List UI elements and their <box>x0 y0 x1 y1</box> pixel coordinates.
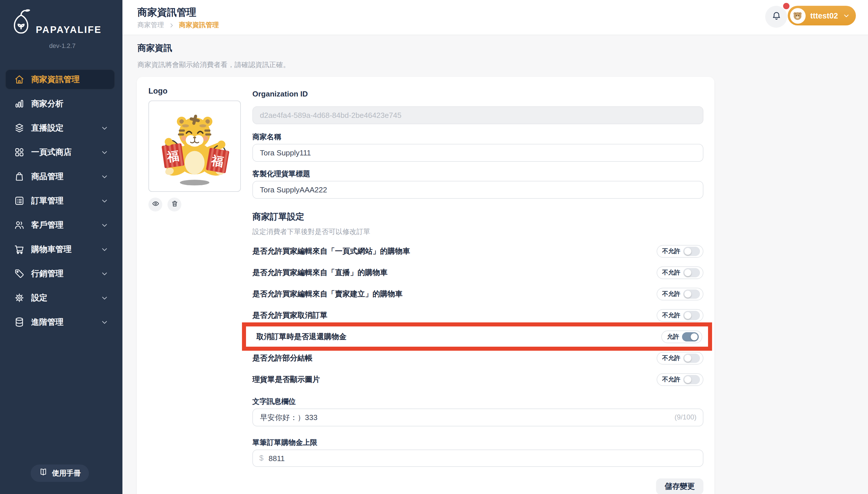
setting-row: 是否允許買家編輯來自「一頁式網站」的購物車不允許 <box>252 240 704 262</box>
setting-label: 理貨單是否顯示圖片 <box>252 374 320 384</box>
packing-slip-title-label: 客製化理貨單標題 <box>252 169 704 178</box>
toggle-state-label: 不允許 <box>662 354 680 362</box>
org-id-input <box>252 106 704 124</box>
sidebar-item-label: 行銷管理 <box>31 268 100 279</box>
sidebar-item-label: 商家分析 <box>31 98 110 109</box>
sidebar-item-users[interactable]: 客戶管理 <box>5 215 115 235</box>
breadcrumb-parent[interactable]: 商家管理 <box>137 21 164 30</box>
toggle-state-label: 不允許 <box>662 290 680 298</box>
setting-row: 是否允許部分結帳不允許 <box>252 347 704 368</box>
top-header: 商家資訊管理 商家管理 商家資訊管理 <box>122 0 868 35</box>
toggle-state-label: 允許 <box>667 332 679 341</box>
home-icon <box>14 74 25 85</box>
chevron-down-icon <box>100 148 108 156</box>
sidebar-item-gear[interactable]: 設定 <box>5 288 115 308</box>
chevron-right-icon <box>169 22 174 28</box>
merchant-info-card: Logo <box>137 77 714 494</box>
message-field-input[interactable] <box>252 408 704 426</box>
merchant-name-input[interactable] <box>252 144 704 162</box>
section-subtitle: 商家資訊將會顯示給消費者看，請確認資訊正確。 <box>137 60 290 70</box>
merchant-name-label: 商家名稱 <box>252 132 704 141</box>
toggle-switch-icon <box>683 246 700 256</box>
sidebar-item-bar-chart[interactable]: 商家分析 <box>5 94 115 114</box>
toggle-switch-icon <box>683 268 700 277</box>
trash-icon <box>171 200 178 209</box>
sidebar-item-grid[interactable]: 一頁式商店 <box>5 142 115 163</box>
sidebar-item-home[interactable]: 商家資訊管理 <box>5 69 115 90</box>
bar-chart-icon <box>14 98 25 109</box>
cart-icon <box>14 244 25 255</box>
grid-icon <box>14 147 25 158</box>
permission-toggle[interactable]: 不允許 <box>656 287 704 300</box>
user-manual-button[interactable]: 使用手冊 <box>31 464 89 482</box>
app-root: PAPAYALIFE dev-1.2.7 商家資訊管理商家分析直播設定一頁式商店… <box>0 0 868 494</box>
form-column: Organization ID 商家名稱 客製化理貨單標題 商家訂單設定 設定消… <box>252 77 704 494</box>
toggle-switch-icon <box>683 310 700 320</box>
toggle-switch-icon <box>683 353 700 363</box>
toggle-switch-icon <box>682 332 699 341</box>
brand: PAPAYALIFE dev-1.2.7 <box>0 0 122 58</box>
bell-icon <box>771 10 782 23</box>
page-title: 商家資訊管理 <box>137 6 196 19</box>
layers-icon <box>14 122 25 133</box>
sidebar-item-label: 客戶管理 <box>31 220 100 230</box>
setting-row: 取消訂單時是否退還購物金允許 <box>246 326 708 347</box>
org-id-label: Organization ID <box>252 90 704 99</box>
section-title: 商家資訊 <box>137 43 172 54</box>
user-name: tttest02 <box>810 11 838 20</box>
breadcrumb-current: 商家資訊管理 <box>179 21 219 30</box>
toggle-state-label: 不允許 <box>662 311 680 319</box>
order-settings-subtitle: 設定消費者下單後對是否可以修改訂單 <box>252 228 704 236</box>
packing-slip-title-input[interactable] <box>252 181 704 199</box>
credit-limit-label: 單筆訂單購物金上限 <box>252 438 704 447</box>
app-version: dev-1.2.7 <box>36 42 89 49</box>
permission-toggle[interactable]: 不允許 <box>656 266 704 279</box>
toggle-state-label: 不允許 <box>662 247 680 255</box>
highlight-box: 取消訂單時是否退還購物金允許 <box>242 322 712 351</box>
credit-limit-input[interactable] <box>252 450 704 467</box>
preview-logo-button[interactable] <box>149 197 162 211</box>
sidebar-item-tag[interactable]: 行銷管理 <box>5 264 115 284</box>
order-list-icon <box>14 195 25 206</box>
sidebar-item-label: 設定 <box>31 293 100 303</box>
sidebar-item-cart[interactable]: 購物車管理 <box>5 239 115 260</box>
sidebar-item-label: 一頁式商店 <box>31 147 100 157</box>
order-settings-title: 商家訂單設定 <box>252 211 704 222</box>
sidebar-item-order-list[interactable]: 訂單管理 <box>5 191 115 211</box>
brand-wordmark: PAPAYALIFE <box>36 24 102 35</box>
toggle-state-label: 不允許 <box>662 268 680 277</box>
notification-dot <box>783 3 789 9</box>
chevron-down-icon <box>100 197 108 205</box>
setting-row: 是否允許買家編輯來自「直播」的購物車不允許 <box>252 262 704 283</box>
breadcrumb: 商家管理 商家資訊管理 <box>137 21 219 30</box>
chevron-down-icon <box>843 12 850 19</box>
permission-toggle[interactable]: 不允許 <box>656 245 704 258</box>
permission-toggle[interactable]: 不允許 <box>656 352 704 364</box>
sidebar-item-shopping-bag[interactable]: 商品管理 <box>5 166 115 187</box>
logo-actions <box>149 197 242 211</box>
toggle-switch-icon <box>683 289 700 299</box>
sidebar-item-label: 商家資訊管理 <box>31 74 110 84</box>
setting-label: 取消訂單時是否退還購物金 <box>256 331 347 342</box>
user-menu[interactable]: tttest02 <box>788 6 856 25</box>
notifications-button[interactable] <box>765 6 787 28</box>
sidebar-item-database[interactable]: 進階管理 <box>5 312 115 332</box>
toggle-rows: 是否允許買家編輯來自「一頁式網站」的購物車不允許是否允許買家編輯來自「直播」的購… <box>252 240 704 390</box>
save-button[interactable]: 儲存變更 <box>656 478 704 494</box>
chevron-down-icon <box>100 269 108 278</box>
tiger-logo-image: 福 福 <box>151 103 238 190</box>
chevron-down-icon <box>100 318 108 326</box>
content-area: 商家資訊 商家資訊將會顯示給消費者看，請確認資訊正確。 Logo <box>122 35 868 494</box>
logo-column: Logo <box>149 87 242 211</box>
toggle-switch-icon <box>683 375 700 384</box>
papaya-logo-icon <box>12 8 31 37</box>
delete-logo-button[interactable] <box>167 197 181 211</box>
chevron-down-icon <box>100 294 108 302</box>
chevron-down-icon <box>100 221 108 229</box>
setting-row: 理貨單是否顯示圖片不允許 <box>252 368 704 390</box>
sidebar-item-layers[interactable]: 直播設定 <box>5 118 115 138</box>
permission-toggle[interactable]: 不允許 <box>656 373 704 386</box>
permission-toggle[interactable]: 允許 <box>661 330 702 343</box>
setting-row: 是否允許買家編輯來自「賣家建立」的購物車不允許 <box>252 283 704 304</box>
permission-toggle[interactable]: 不允許 <box>656 309 704 322</box>
